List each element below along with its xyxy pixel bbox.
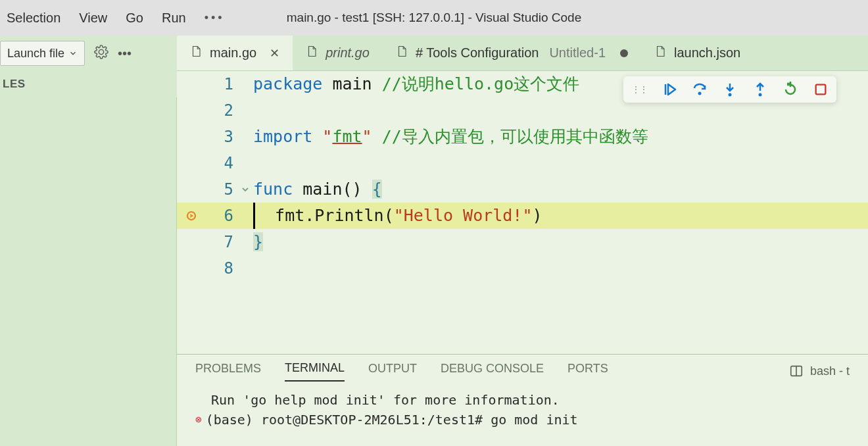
code-line[interactable]: 4: [177, 150, 868, 176]
editor-tab-1[interactable]: print.go: [293, 36, 383, 70]
code-line[interactable]: 7}: [177, 229, 868, 255]
file-icon: [190, 44, 202, 62]
line-number: 2: [206, 97, 237, 124]
panel-tab-problems[interactable]: PROBLEMS: [195, 362, 261, 381]
step-over-button[interactable]: [692, 82, 708, 97]
terminal-line: Run 'go help mod init' for more informat…: [211, 390, 560, 410]
close-icon[interactable]: ✕: [270, 46, 279, 61]
terminal-prompt: (base) root@DESKTOP-2M26L51:/test1# go m…: [206, 410, 578, 430]
split-panel-icon[interactable]: [789, 364, 804, 378]
svg-point-2: [729, 93, 732, 97]
tab-label: main.go: [210, 45, 256, 61]
panel-tab-terminal[interactable]: TERMINAL: [285, 361, 345, 382]
debug-toolbar[interactable]: ⋮⋮: [623, 76, 836, 103]
stop-button[interactable]: [813, 82, 829, 97]
window-title: main.go - test1 [SSH: 127.0.0.1] - Visua…: [287, 11, 582, 25]
panel-tab-ports[interactable]: PORTS: [567, 362, 608, 381]
code-content[interactable]: }: [253, 229, 868, 255]
tab-label: # Tools Configuration: [416, 45, 539, 61]
line-number: 8: [206, 255, 237, 282]
breakpoint-icon[interactable]: [185, 210, 197, 222]
svg-point-1: [698, 92, 702, 95]
file-icon: [306, 44, 318, 62]
more-actions-icon[interactable]: •••: [118, 46, 132, 61]
code-line[interactable]: 8: [177, 255, 868, 282]
tab-label: print.go: [326, 45, 370, 61]
panel-tab-output[interactable]: OUTPUT: [368, 362, 417, 381]
svg-rect-4: [816, 85, 826, 95]
chevron-down-icon: [68, 49, 78, 58]
tab-secondary-label: Untitled-1: [549, 45, 606, 61]
terminal-output[interactable]: Run 'go help mod init' for more informat…: [177, 387, 868, 432]
debug-sidebar: Launch file ••• LES: [0, 36, 177, 446]
continue-button[interactable]: [662, 82, 677, 97]
svg-point-3: [759, 93, 762, 97]
terminal-name-label[interactable]: bash - t: [810, 364, 850, 378]
editor-tab-2[interactable]: # Tools ConfigurationUntitled-1: [383, 36, 641, 70]
menu-view[interactable]: View: [79, 11, 107, 26]
code-content[interactable]: func main() {: [253, 176, 868, 203]
menu-overflow-icon[interactable]: •••: [205, 11, 225, 25]
step-out-button[interactable]: [752, 82, 768, 97]
code-content[interactable]: import "fmt" //导入内置包，可以使用其中函数等: [253, 124, 868, 150]
line-number: 7: [206, 229, 237, 255]
line-number: 4: [206, 150, 237, 176]
gear-icon[interactable]: [94, 45, 108, 62]
line-number: 1: [206, 71, 237, 97]
code-content[interactable]: fmt.Println("Hello World!"): [253, 203, 868, 229]
step-into-button[interactable]: [722, 82, 738, 97]
modified-indicator-icon: [620, 49, 628, 57]
launch-config-label: Launch file: [7, 47, 64, 61]
line-number: 5: [206, 176, 237, 203]
editor[interactable]: 1package main //说明hello.go这个文件23import "…: [177, 71, 868, 354]
editor-tabs: main.go✕print.go# Tools ConfigurationUnt…: [177, 36, 868, 71]
tab-label: launch.json: [674, 45, 740, 61]
code-line[interactable]: 3import "fmt" //导入内置包，可以使用其中函数等: [177, 124, 868, 150]
file-icon: [654, 44, 666, 62]
menu-run[interactable]: Run: [162, 11, 186, 26]
restart-button[interactable]: [783, 82, 798, 97]
panel-tab-debug-console[interactable]: DEBUG CONSOLE: [441, 362, 544, 381]
error-icon: ⊗: [195, 410, 202, 430]
menu-selection[interactable]: Selection: [7, 11, 60, 26]
line-number: 6: [206, 203, 237, 229]
line-number: 3: [206, 124, 237, 150]
launch-config-select[interactable]: Launch file: [0, 41, 85, 66]
titlebar: Selection View Go Run ••• main.go - test…: [0, 0, 868, 36]
bottom-panel: PROBLEMS TERMINAL OUTPUT DEBUG CONSOLE P…: [177, 354, 868, 446]
drag-handle-icon[interactable]: ⋮⋮: [631, 84, 647, 95]
file-icon: [396, 44, 408, 62]
editor-tab-0[interactable]: main.go✕: [177, 36, 293, 70]
code-line[interactable]: 5func main() {: [177, 176, 868, 203]
editor-tab-3[interactable]: launch.json: [641, 36, 754, 70]
fold-chevron-icon[interactable]: [240, 184, 251, 195]
code-line[interactable]: 6 fmt.Println("Hello World!"): [177, 203, 868, 229]
menu-go[interactable]: Go: [126, 11, 143, 26]
sidebar-section-label: LES: [0, 71, 177, 97]
